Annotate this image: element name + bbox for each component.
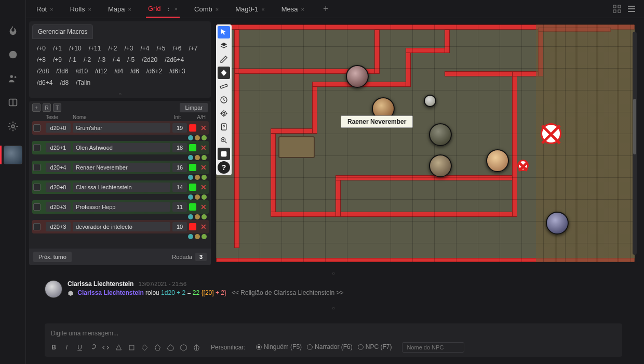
- gear-icon[interactable]: [7, 121, 19, 132]
- tracker-row[interactable]: d20+3Professor Hepp11✕: [32, 200, 209, 214]
- macro-item[interactable]: /+4: [137, 43, 153, 54]
- row-name[interactable]: Olen Ashwood: [73, 143, 170, 152]
- code-button[interactable]: [102, 344, 110, 352]
- row-test[interactable]: d20+1: [46, 143, 71, 152]
- resize-handle[interactable]: ○: [29, 90, 211, 98]
- close-icon[interactable]: ×: [128, 6, 131, 12]
- chat-input[interactable]: [50, 328, 617, 342]
- delete-row-button[interactable]: ✕: [199, 203, 208, 211]
- macro-item[interactable]: /+2: [104, 43, 120, 54]
- row-test[interactable]: d20+0: [46, 123, 71, 133]
- target-marker[interactable]: [517, 160, 529, 171]
- token[interactable]: [429, 123, 452, 146]
- row-init[interactable]: 11: [172, 202, 187, 212]
- row-checkbox[interactable]: [33, 164, 41, 171]
- tracker-row[interactable]: d20+3devorador de intelecto10✕: [32, 220, 209, 233]
- layers-tool[interactable]: [218, 40, 230, 52]
- add-combatant-button[interactable]: +: [32, 103, 41, 112]
- status-badge[interactable]: [189, 223, 196, 230]
- ruler-tool[interactable]: [218, 80, 230, 93]
- row-init[interactable]: 14: [172, 183, 187, 192]
- macro-item[interactable]: /-2: [80, 55, 95, 65]
- close-icon[interactable]: ×: [50, 6, 53, 12]
- macro-item[interactable]: /d6+3: [166, 66, 189, 76]
- question-tool[interactable]: ?: [218, 161, 230, 174]
- tab-grid[interactable]: Grid ⋮×: [146, 1, 180, 18]
- macro-item[interactable]: /+5: [153, 43, 169, 54]
- row-sub-icons[interactable]: [188, 214, 207, 219]
- tracker-row[interactable]: d20+4Renaer Neverember16✕: [32, 161, 209, 174]
- macro-item[interactable]: /-4: [109, 55, 124, 65]
- macro-item[interactable]: /d12: [91, 66, 111, 76]
- close-icon[interactable]: ×: [261, 6, 264, 12]
- impersonate-radio[interactable]: Narrador (F6): [307, 343, 353, 350]
- macro-item[interactable]: /d4: [111, 66, 127, 76]
- d100-icon[interactable]: [193, 344, 200, 352]
- row-init[interactable]: 18: [172, 143, 187, 152]
- macro-item[interactable]: /+0: [33, 43, 49, 54]
- macro-item[interactable]: /2d6+4: [161, 55, 187, 65]
- r-button[interactable]: R: [43, 103, 51, 112]
- row-test[interactable]: d20+3: [46, 222, 71, 231]
- tracker-row[interactable]: d20+1Olen Ashwood18✕: [32, 141, 209, 154]
- impersonate-radio[interactable]: NPC (F7): [358, 343, 392, 350]
- macro-item[interactable]: /+7: [185, 43, 202, 54]
- grid-view-icon[interactable]: [613, 5, 621, 13]
- menu-icon[interactable]: [627, 5, 636, 13]
- token[interactable]: [546, 212, 569, 235]
- status-badge[interactable]: [189, 144, 196, 151]
- row-checkbox[interactable]: [33, 184, 41, 191]
- macro-item[interactable]: /Talin: [72, 77, 94, 88]
- row-sub-icons[interactable]: [188, 155, 207, 160]
- delete-row-button[interactable]: ✕: [199, 183, 208, 191]
- zoom-tool[interactable]: [218, 134, 230, 147]
- row-sub-icons[interactable]: [188, 175, 207, 180]
- book-icon[interactable]: [7, 97, 19, 108]
- token[interactable]: [346, 65, 369, 88]
- next-turn-button[interactable]: Próx. turno: [33, 252, 72, 262]
- macro-item[interactable]: /+8: [33, 55, 49, 65]
- macro-item[interactable]: /d10: [72, 66, 91, 76]
- macro-item[interactable]: /d6: [127, 66, 143, 76]
- users-icon[interactable]: [7, 73, 19, 84]
- globe-icon[interactable]: [7, 49, 19, 60]
- macros-header[interactable]: Gerenciar Macros: [32, 24, 93, 39]
- token[interactable]: [486, 149, 509, 172]
- macro-item[interactable]: /3d6: [52, 66, 72, 76]
- target-tool[interactable]: [218, 107, 230, 120]
- macro-item[interactable]: /-5: [124, 55, 138, 65]
- d10-icon[interactable]: [154, 344, 162, 352]
- row-name[interactable]: Renaer Neverember: [73, 163, 170, 172]
- tab-mag[interactable]: Mag0-1×: [233, 1, 267, 17]
- status-badge[interactable]: [189, 184, 196, 191]
- link-button[interactable]: [89, 344, 97, 352]
- row-init[interactable]: 10: [172, 222, 187, 231]
- row-checkbox[interactable]: [33, 223, 41, 230]
- row-sub-icons[interactable]: [188, 194, 207, 200]
- row-test[interactable]: d20+0: [46, 183, 71, 192]
- delete-row-button[interactable]: ✕: [199, 163, 208, 172]
- delete-row-button[interactable]: ✕: [199, 144, 208, 152]
- token[interactable]: [429, 154, 452, 177]
- row-test[interactable]: d20+4: [46, 163, 71, 172]
- tab-mapa[interactable]: Mapa×: [106, 1, 133, 17]
- row-checkbox[interactable]: [33, 144, 41, 151]
- row-name[interactable]: Professor Hepp: [73, 202, 170, 212]
- status-badge[interactable]: [189, 124, 196, 132]
- macro-item[interactable]: /+9: [49, 55, 65, 65]
- close-icon[interactable]: ×: [216, 6, 219, 12]
- resize-handle[interactable]: ○: [45, 304, 622, 312]
- row-sub-icons[interactable]: [188, 135, 207, 140]
- map-canvas[interactable]: Raener Neverember: [216, 24, 635, 262]
- flame-icon[interactable]: [7, 25, 19, 36]
- shape-tool[interactable]: [218, 67, 230, 79]
- status-badge[interactable]: [189, 203, 196, 211]
- macro-item[interactable]: /-1: [65, 55, 80, 65]
- d20-icon[interactable]: [180, 344, 187, 352]
- macro-item[interactable]: /+11: [85, 43, 105, 54]
- delete-row-button[interactable]: ✕: [199, 223, 208, 231]
- row-init[interactable]: 19: [172, 123, 187, 133]
- pencil-tool[interactable]: [218, 53, 230, 66]
- macro-item[interactable]: /-3: [95, 55, 109, 65]
- scene-thumbnail[interactable]: [4, 146, 22, 164]
